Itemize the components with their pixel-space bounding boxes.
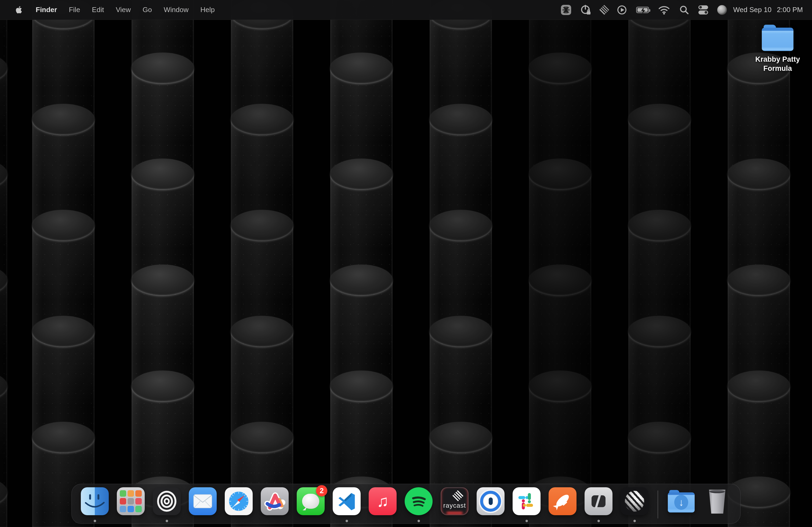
chat-bubble-glyph [302, 494, 319, 509]
arc-letter-a [262, 489, 287, 514]
screen-lock-glyph [580, 4, 592, 16]
running-indicator [94, 520, 96, 522]
wallpaper [0, 0, 812, 527]
dock-item-1password[interactable] [477, 487, 505, 523]
burst-icon[interactable] [558, 0, 574, 20]
clock-time: 2:00 PM [777, 6, 803, 14]
dock-item-messages[interactable]: 2 [297, 487, 325, 523]
desktop-folder-krabby-patty-formula[interactable]: Krabby Patty Formula [745, 25, 810, 73]
charging-bolt-glyph [640, 7, 646, 14]
desktop-screen: Finder File Edit View Go Window Help [0, 0, 812, 527]
dock-item-finder[interactable] [81, 487, 109, 523]
wallpaper-cylinder-column [132, 0, 194, 527]
striped-ball-glyph [625, 491, 644, 512]
vscode-icon [333, 487, 361, 515]
spotify-icon [405, 487, 433, 515]
wifi-icon[interactable] [655, 0, 673, 20]
wallpaper-cylinder-column [330, 0, 393, 527]
raycast-glow [447, 512, 463, 514]
concentric-rings-icon [153, 487, 181, 515]
launchpad-icon [117, 487, 145, 515]
siri-icon[interactable] [714, 0, 729, 20]
safari-icon [225, 487, 253, 515]
running-indicator [597, 520, 600, 522]
slack-hash [516, 491, 537, 512]
dock-item-arc-browser[interactable] [261, 487, 289, 523]
apple-logo-icon [16, 6, 23, 14]
wallpaper-cylinder-column [728, 0, 790, 527]
onepassword-icon [477, 487, 505, 515]
wallpaper-cylinder-column [430, 0, 492, 527]
menu-edit[interactable]: Edit [86, 6, 110, 14]
menu-window[interactable]: Window [158, 6, 194, 14]
dock: 2 ♫ [71, 484, 741, 524]
raycast-menu-icon[interactable] [598, 0, 610, 20]
wallpaper-cylinder-column [529, 0, 591, 527]
raycast-label: raycast [443, 502, 466, 509]
vscode-logo [336, 491, 358, 512]
finder-icon [81, 487, 109, 515]
menu-go[interactable]: Go [137, 6, 158, 14]
menu-bar-clock[interactable]: Wed Sep 10 2:00 PM [733, 6, 803, 14]
zeppelin-glyph [551, 490, 574, 513]
mail-icon [189, 487, 217, 515]
dock-item-zeplin[interactable] [549, 487, 577, 523]
screen-lock-icon[interactable] [578, 0, 594, 20]
dock-item-raycast[interactable]: raycast [441, 487, 468, 523]
burst-glyph [562, 6, 570, 14]
messages-badge: 2 [316, 485, 327, 496]
running-indicator [418, 520, 420, 522]
trash-icon [708, 489, 726, 514]
raycast-logo-glyph [452, 490, 464, 501]
dock-item-concentric-rings-app[interactable] [153, 487, 181, 523]
clock-date: Wed Sep 10 [733, 6, 772, 14]
menu-app-name[interactable]: Finder [30, 6, 63, 14]
silver-d-glyph [584, 487, 612, 515]
dock-item-downloads[interactable]: ↓ [667, 487, 695, 523]
menu-bar: Finder File Edit View Go Window Help [0, 0, 812, 20]
envelope-glyph [193, 494, 212, 508]
folder-label: Krabby Patty Formula [747, 55, 809, 73]
dock-item-apple-music[interactable]: ♫ [369, 487, 396, 523]
spotify-waves [408, 491, 429, 512]
menu-help[interactable]: Help [194, 6, 220, 14]
wifi-glyph [658, 5, 670, 15]
running-indicator [166, 520, 168, 522]
running-indicator [634, 520, 636, 522]
dock-item-vscode[interactable] [333, 487, 361, 523]
menu-view[interactable]: View [110, 6, 137, 14]
now-playing-glyph [617, 5, 627, 15]
dock-item-spotify[interactable] [405, 487, 433, 523]
dock-item-silver-d-app[interactable] [584, 487, 612, 523]
dock-item-mail[interactable] [189, 487, 217, 523]
wallpaper-cylinder-column [628, 0, 691, 527]
spotlight-search-icon[interactable] [677, 0, 692, 20]
menu-bar-left: Finder File Edit View Go Window Help [0, 6, 221, 14]
downloads-folder-icon: ↓ [667, 487, 695, 515]
zeplin-icon [549, 487, 577, 515]
wallpaper-cylinder-column [32, 0, 95, 527]
finder-face [81, 487, 109, 515]
slack-icon [512, 487, 540, 515]
safari-compass [227, 490, 250, 513]
apple-music-icon: ♫ [369, 487, 396, 515]
wallpaper-cylinder-column [0, 0, 7, 527]
striped-sphere-icon [621, 487, 649, 515]
control-center-icon[interactable] [696, 0, 711, 20]
running-indicator [346, 520, 348, 522]
raycast-icon: raycast [441, 487, 468, 515]
now-playing-icon[interactable] [614, 0, 630, 20]
wallpaper-cylinder-column [231, 0, 293, 527]
dock-item-launchpad[interactable] [117, 487, 145, 523]
dock-item-safari[interactable] [225, 487, 253, 523]
battery-charging-icon[interactable] [634, 0, 652, 20]
apple-menu[interactable] [12, 6, 26, 14]
menu-file[interactable]: File [63, 6, 86, 14]
folder-icon [762, 25, 794, 51]
running-indicator [525, 520, 528, 522]
dock-item-slack[interactable] [512, 487, 540, 523]
dock-item-trash[interactable] [703, 487, 731, 523]
search-glyph [679, 5, 689, 15]
dock-item-striped-sphere-app[interactable] [621, 487, 649, 523]
arc-browser-icon [261, 487, 289, 515]
